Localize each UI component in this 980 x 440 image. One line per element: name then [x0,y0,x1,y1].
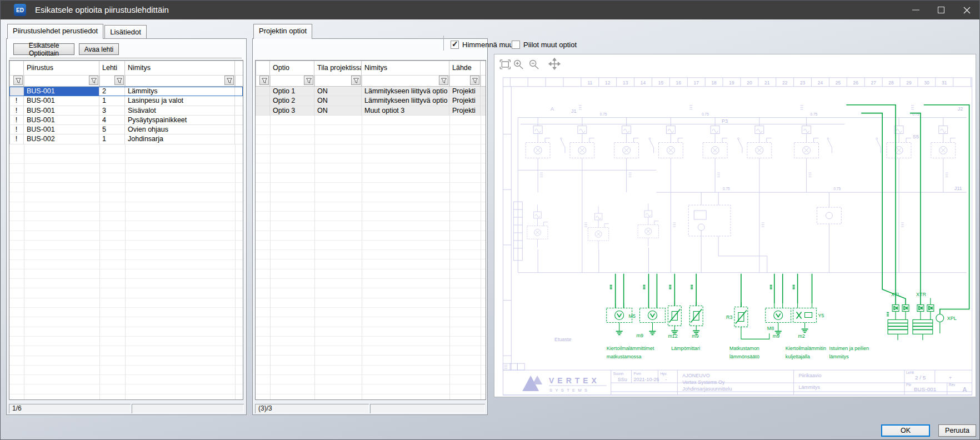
svg-text:19: 19 [729,80,734,86]
function-label: Lämpömittari [671,346,700,351]
filter-icon[interactable] [89,76,98,85]
avaa-lehti-button[interactable]: Avaa lehti [79,43,119,55]
wire-size-label: 0.75 [833,187,841,191]
drawing-canvas[interactable]: 1112131415161718192021222324252627282930… [494,54,976,397]
col-optio[interactable]: Optio [270,61,314,75]
ground-label-m9: m9 [692,333,698,339]
svg-text:16: 16 [676,80,682,86]
connector-label-j1: J1 [571,108,576,114]
esikatsele-optioittain-button[interactable]: Esikatsele Optioittain [13,43,74,55]
filter-icon[interactable] [439,76,448,85]
left-table-row[interactable]: BUS-001 2 Lämmitys [9,87,243,96]
filter-icon[interactable] [224,76,234,85]
titleblock-pvm-label: Pvm [634,372,641,376]
function-label: Kiertoilmalämmittimet [607,346,654,351]
filter-icon[interactable] [470,76,479,85]
titleblock-doc-name: Lämmitys [799,384,821,390]
function-label: lämmitys [829,354,849,359]
left-table-empty-area[interactable] [9,144,243,399]
col-piirustus[interactable]: Piirustus [24,61,99,75]
svg-text:18: 18 [711,80,717,86]
middle-table: Optio Tila projektissa Nimitys Lähde Opt… [255,60,486,400]
col-nimitys[interactable]: Nimitys [125,61,235,75]
zoom-out-icon[interactable] [530,60,538,68]
left-table-row[interactable]: ! BUS-001 4 Pysäytyspainikkeet [9,116,243,125]
svg-text:13: 13 [623,80,628,86]
component-label-p3: P3 [722,118,728,124]
close-button[interactable] [954,1,979,19]
filter-icon[interactable] [259,76,269,85]
function-label: lämmönsäätö [729,354,759,359]
filter-icon[interactable] [351,76,361,85]
titleblock-doc-type: Piirikaavio [799,373,822,378]
col-nimitys[interactable]: Nimitys [362,61,449,75]
titlebar: ED Esikatsele optioita piirustuslehdittä… [1,1,979,19]
filter-icon[interactable] [13,76,23,85]
maximize-button[interactable] [928,1,954,19]
left-table-row[interactable]: ! BUS-001 3 Sisävalot [9,106,243,116]
vertex-logo: VERTEX SYSTEMS [522,376,607,393]
svg-text:31: 31 [942,80,947,86]
filter-icon[interactable] [304,76,313,85]
left-status-count: 1/6 [9,404,131,413]
tab-lisatiedot[interactable]: Lisätiedot [104,25,147,38]
ground-label-m9: m9 [637,333,643,338]
col-lahde[interactable]: Lähde [449,61,481,75]
piilota-muut-option: Piilot muut optiot [512,41,577,49]
himmenna-muut-checkbox[interactable] [451,41,459,49]
col-lehti[interactable]: Lehti [99,61,125,75]
col-marker [256,61,270,75]
svg-text:27: 27 [871,80,876,86]
titleblock-pvm-value: 2021-10-26 [634,377,659,382]
minimize-button[interactable] [903,1,928,19]
component-label-y5: Y5 [818,313,824,318]
middle-status-extra [370,404,485,413]
col-tila-projektissa[interactable]: Tila projektissa [314,61,362,75]
connector-label-j2: J2 [958,106,963,112]
fit-view-icon[interactable] [500,60,510,69]
left-table-row[interactable]: ! BUS-001 5 Ovien ohjaus [9,125,243,134]
ground-label-m12: m12 [668,333,677,339]
wire-size-label: 0.75 [811,112,818,116]
himmenna-muut-option: Himmennä muut [451,41,515,49]
titleblock-rev-value: A [963,386,967,393]
window-title: Esikatsele optioita piirustuslehdittäin [35,1,169,19]
connector-label-xtl: XTL [891,292,900,297]
titleblock-suunn-label: Suunn [613,372,624,376]
middle-table-row[interactable]: Optio 2 ON Lämmitykseen liittyvä optio 2… [256,96,486,106]
sheet-ruler: 1112131415161718192021222324252627282930… [510,78,971,87]
middle-table-row[interactable]: Optio 3 ON Muut optiot 3 Projekti [256,106,486,116]
logo-text-vertex: VERTEX [549,376,600,385]
left-table-row[interactable]: ! BUS-001 1 Lasinpesu ja valot [9,96,243,106]
close-icon [963,7,971,14]
svg-text:23: 23 [800,80,806,86]
zoom-in-icon[interactable] [514,60,523,68]
ok-button[interactable]: OK [881,424,930,437]
component-label-m8: M8 [767,326,774,331]
filter-icon[interactable] [114,76,124,85]
left-table-row[interactable]: ! BUS-002 1 Johdinsarja [9,134,243,144]
svg-text:29: 29 [906,80,912,86]
function-label: Istuimen ja peilien [829,346,869,351]
component-label-r3: R3 [726,314,732,320]
himmenna-muut-label: Himmennä muut [462,41,515,49]
cancel-button[interactable]: Peruuta [938,424,976,437]
svg-text:22: 22 [782,80,788,86]
tab-projektin-optiot[interactable]: Projektin optiot [253,24,312,39]
wire-size-label: 0.75 [702,112,709,116]
middle-table-row[interactable]: Optio 1 ON Lämmitykseen liittyvä optio 1… [256,87,486,96]
svg-text:12: 12 [605,80,611,86]
svg-text:30: 30 [924,80,929,86]
titleblock-drawing-no: BUS-001 [914,386,937,392]
left-table-header: Piirustus Lehti Nimitys [9,61,243,75]
titleblock-hyv-value: - [665,377,667,382]
left-page: Esikatsele Optioittain Avaa lehti Piirus… [6,38,247,415]
left-tabstrip: Piirustuslehdet perustiedot Lisätiedot [7,25,148,38]
left-statusbar: 1/6 [9,404,244,413]
piilota-muut-checkbox[interactable] [512,41,520,49]
pan-icon[interactable] [549,58,560,69]
middle-status-count: (3)/3 [255,404,369,413]
tab-piirustuslehdet-perustiedot[interactable]: Piirustuslehdet perustiedot [7,24,103,39]
drawing-preview-panel[interactable]: 1112131415161718192021222324252627282930… [494,54,976,397]
middle-table-empty-area[interactable] [256,116,486,399]
